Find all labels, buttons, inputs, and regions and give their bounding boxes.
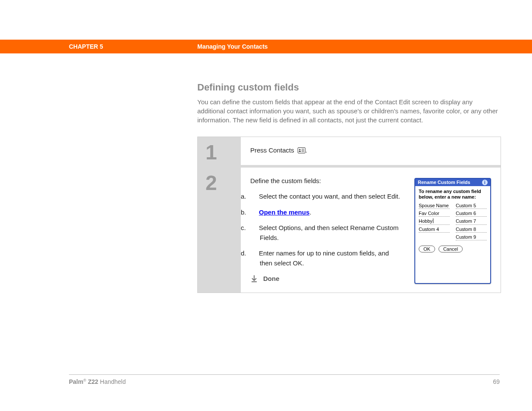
svg-point-1 bbox=[299, 149, 300, 150]
chapter-title: Managing Your Contacts bbox=[197, 43, 268, 50]
chapter-header-bar: CHAPTER 5 Managing Your Contacts bbox=[0, 40, 532, 53]
dialog-title: Rename Custom Fields bbox=[418, 180, 470, 185]
custom-field-input[interactable]: Custom 7 bbox=[456, 218, 487, 224]
step-text: Define the custom fields: a.Select the c… bbox=[250, 176, 401, 284]
substep-text: Select the contact you want, and then se… bbox=[259, 193, 400, 200]
custom-field-input[interactable]: Custom 5 bbox=[456, 202, 487, 209]
step-row: 2 Define the custom fields: a.Select the… bbox=[198, 168, 501, 293]
brand: Palm bbox=[69, 378, 83, 385]
custom-field-input[interactable]: Fav Color bbox=[419, 210, 450, 217]
info-icon[interactable]: i bbox=[482, 180, 488, 185]
done-label: Done bbox=[263, 274, 280, 284]
steps-panel: 1 Press Contacts . bbox=[197, 137, 501, 293]
step-text: Press Contacts . bbox=[250, 146, 491, 156]
step1-period: . bbox=[305, 146, 307, 154]
substep-label: d. bbox=[250, 249, 259, 258]
dialog-fields-grid: Spouse Name Custom 5 Fav Color Custom 6 … bbox=[419, 202, 487, 240]
step1-text: Press Contacts bbox=[250, 146, 296, 154]
custom-field-input[interactable]: Hobby bbox=[419, 218, 450, 224]
model: Z22 bbox=[86, 378, 98, 385]
chapter-label: CHAPTER 5 bbox=[69, 43, 103, 50]
ok-button[interactable]: OK bbox=[419, 246, 435, 252]
substep-label: c. bbox=[250, 223, 259, 233]
substep-text: Enter names for up to nine custom fields… bbox=[259, 249, 389, 267]
product-name: Palm® Z22 Handheld bbox=[69, 378, 126, 385]
custom-field-input[interactable]: Custom 6 bbox=[456, 210, 487, 217]
custom-field-input[interactable]: Custom 4 bbox=[419, 226, 450, 233]
section-heading: Defining custom fields bbox=[197, 82, 501, 93]
step-number: 1 bbox=[198, 137, 241, 165]
substep-text: Select Options, and then select Rename C… bbox=[259, 224, 398, 241]
contacts-icon bbox=[298, 146, 305, 156]
dialog-body: To rename any custom field below, enter … bbox=[415, 186, 490, 256]
custom-field-input[interactable]: Custom 8 bbox=[456, 226, 487, 233]
step2-lead: Define the custom fields: bbox=[250, 176, 401, 186]
dialog-title-bar: Rename Custom Fields i bbox=[415, 179, 490, 186]
dialog-instruction: To rename any custom field below, enter … bbox=[419, 189, 487, 200]
substep-label: b. bbox=[250, 208, 259, 218]
product-suffix: Handheld bbox=[98, 378, 126, 385]
done-row: Done bbox=[250, 274, 401, 284]
done-arrow-icon bbox=[250, 275, 258, 283]
cancel-button[interactable]: Cancel bbox=[439, 246, 463, 252]
step-body: Press Contacts . bbox=[241, 137, 501, 165]
rename-custom-fields-dialog: Rename Custom Fields i To rename any cus… bbox=[414, 178, 491, 284]
custom-field-input[interactable]: Spouse Name bbox=[419, 202, 450, 209]
open-menus-link[interactable]: Open the menus bbox=[259, 209, 310, 216]
substep-label: a. bbox=[250, 192, 259, 202]
step2-item: b.Open the menus. bbox=[250, 208, 401, 218]
step-row: 1 Press Contacts . bbox=[198, 137, 501, 168]
substep-after: . bbox=[310, 209, 311, 216]
section-intro: You can define the custom fields that ap… bbox=[197, 97, 501, 125]
page-number: 69 bbox=[493, 378, 500, 385]
custom-field-spacer bbox=[419, 234, 450, 240]
dialog-buttons: OK Cancel bbox=[419, 246, 487, 252]
content-area: Defining custom fields You can define th… bbox=[197, 82, 501, 293]
step2-item: c.Select Options, and then select Rename… bbox=[250, 223, 401, 243]
page-footer: Palm® Z22 Handheld 69 bbox=[69, 374, 500, 385]
step2-item: d.Enter names for up to nine custom fiel… bbox=[250, 249, 401, 268]
step-body: Define the custom fields: a.Select the c… bbox=[241, 168, 501, 293]
step-number: 2 bbox=[198, 168, 241, 293]
step2-item: a.Select the contact you want, and then … bbox=[250, 192, 401, 202]
custom-field-input[interactable]: Custom 9 bbox=[456, 234, 487, 240]
